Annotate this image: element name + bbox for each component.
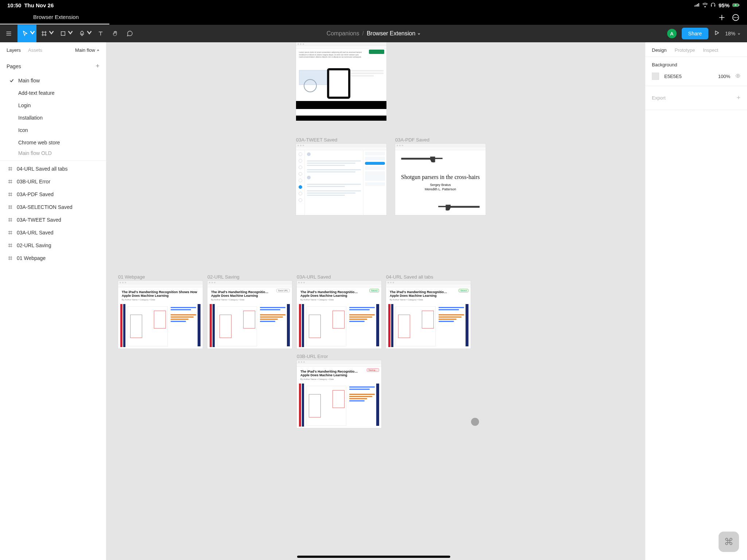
page-item[interactable]: Main flow bbox=[0, 74, 106, 87]
frame-label: 02-URL Saving bbox=[207, 274, 240, 280]
present-button[interactable] bbox=[713, 30, 720, 38]
battery-icon bbox=[732, 1, 740, 9]
comment-tool[interactable] bbox=[122, 25, 137, 42]
page-item[interactable]: Main flow OLD bbox=[0, 149, 106, 158]
page-item[interactable]: Installation bbox=[0, 112, 106, 124]
svg-rect-1 bbox=[696, 5, 696, 7]
frame-label: 03A-TWEET Saved bbox=[296, 137, 337, 143]
frame-label: 01 Webpage bbox=[118, 274, 145, 280]
svg-rect-5 bbox=[714, 5, 715, 7]
share-button[interactable]: Share bbox=[682, 28, 708, 39]
new-tab-button[interactable] bbox=[715, 11, 729, 24]
background-swatch[interactable] bbox=[652, 73, 659, 80]
move-tool[interactable] bbox=[17, 25, 36, 42]
tab-layers[interactable]: Layers bbox=[7, 47, 21, 53]
chevron-down-icon bbox=[738, 31, 740, 36]
visibility-toggle[interactable] bbox=[735, 73, 740, 79]
status-date: Thu Nov 26 bbox=[24, 2, 54, 8]
figma-toolbar: Companions / Browser Extension A Share 1… bbox=[0, 25, 747, 42]
pdf-title: Shotgun parsers in the cross-hairs bbox=[401, 174, 480, 181]
check-icon bbox=[7, 78, 17, 83]
frame-03b-urlerror[interactable]: Saving… The iPad's Handwriting Recogniti… bbox=[297, 360, 381, 428]
page-item[interactable]: Icon bbox=[0, 124, 106, 136]
add-page-button[interactable]: + bbox=[96, 62, 100, 70]
breadcrumb[interactable]: Companions / Browser Extension bbox=[327, 30, 421, 37]
page-item[interactable]: Add-text feature bbox=[0, 87, 106, 99]
svg-point-12 bbox=[737, 17, 738, 18]
frame-02-saving[interactable]: Save URL The iPad's Handwriting Recognit… bbox=[207, 281, 292, 349]
layer-item[interactable]: 03B-URL Error bbox=[0, 175, 106, 188]
background-hex[interactable]: E5E5E5 bbox=[664, 74, 682, 79]
frame-03a-urlsaved[interactable]: Saved The iPad's Handwriting Recognitio…… bbox=[297, 281, 381, 349]
layer-item[interactable]: 02-URL Saving bbox=[0, 239, 106, 252]
layer-item[interactable]: 01 Webpage bbox=[0, 252, 106, 264]
main-menu-button[interactable] bbox=[0, 25, 17, 42]
ipad-status-bar: 10:50 Thu Nov 26 95% bbox=[0, 0, 747, 10]
frame-icon bbox=[7, 205, 14, 210]
svg-rect-13 bbox=[61, 32, 65, 36]
frame-icon bbox=[7, 217, 14, 222]
frame-03a-selection[interactable]: Lorem ipsum dolor sit amet consectetur a… bbox=[296, 42, 386, 121]
tab-prototype[interactable]: Prototype bbox=[674, 47, 695, 53]
chevron-down-icon bbox=[29, 29, 36, 37]
frame-01-webpage[interactable]: The iPad's Handwriting Recognition Shows… bbox=[118, 281, 203, 349]
avatar[interactable]: A bbox=[667, 29, 677, 38]
background-header: Background bbox=[645, 57, 747, 70]
svg-rect-3 bbox=[698, 3, 699, 6]
breadcrumb-project[interactable]: Companions bbox=[327, 30, 359, 37]
canvas[interactable]: Lorem ipsum dolor sit amet consectetur a… bbox=[106, 42, 645, 560]
page-item[interactable]: Chrome web store bbox=[0, 136, 106, 149]
frame-label: 03A-PDF Saved bbox=[395, 137, 429, 143]
frame-icon bbox=[7, 243, 14, 248]
frame-label: 03A-URL Saved bbox=[297, 274, 331, 280]
zoom-control[interactable]: 18% bbox=[725, 31, 740, 36]
tab-inspect[interactable]: Inspect bbox=[703, 47, 718, 53]
page-item[interactable]: Login bbox=[0, 99, 106, 112]
frame-icon bbox=[7, 192, 14, 197]
frame-04-alltabs[interactable]: Saved The iPad's Handwriting Recognitio…… bbox=[386, 281, 471, 349]
layer-item[interactable]: 03A-PDF Saved bbox=[0, 188, 106, 201]
status-time: 10:50 bbox=[7, 2, 21, 8]
frame-tool[interactable] bbox=[36, 25, 55, 42]
svg-rect-0 bbox=[695, 5, 695, 7]
breadcrumb-file[interactable]: Browser Extension bbox=[367, 30, 420, 37]
more-menu-button[interactable] bbox=[729, 11, 743, 24]
chevron-down-icon bbox=[86, 29, 93, 37]
layer-item[interactable]: 03A-URL Saved bbox=[0, 226, 106, 239]
svg-point-11 bbox=[735, 17, 736, 18]
layer-item[interactable]: 03A-SELECTION Saved bbox=[0, 201, 106, 213]
chevron-down-icon bbox=[417, 30, 420, 37]
layer-item[interactable]: 03A-TWEET Saved bbox=[0, 213, 106, 226]
frame-03a-pdf[interactable]: Shotgun parsers in the cross-hairs Serge… bbox=[395, 144, 486, 215]
shape-tool[interactable] bbox=[55, 25, 74, 42]
pages-header: Pages bbox=[7, 63, 21, 69]
svg-point-10 bbox=[734, 17, 735, 18]
frame-label: 03B-URL Error bbox=[297, 354, 328, 359]
tab-assets[interactable]: Assets bbox=[28, 47, 42, 53]
svg-rect-2 bbox=[697, 4, 698, 6]
frame-label: 04-URL Saved all tabs bbox=[386, 274, 433, 280]
frame-icon bbox=[7, 179, 14, 184]
app-tab-bar: Browser Extension bbox=[0, 10, 747, 25]
app-tab-browser-extension[interactable]: Browser Extension bbox=[32, 11, 80, 24]
hand-tool[interactable] bbox=[108, 25, 122, 42]
background-opacity[interactable]: 100% bbox=[718, 74, 730, 79]
frame-03a-tweet[interactable] bbox=[296, 144, 386, 215]
home-indicator bbox=[297, 556, 450, 558]
chevron-up-icon bbox=[97, 47, 100, 53]
tab-design[interactable]: Design bbox=[652, 47, 666, 53]
right-panel: Design Prototype Inspect Background E5E5… bbox=[645, 42, 747, 560]
svg-rect-8 bbox=[739, 4, 739, 6]
headphones-icon bbox=[711, 2, 716, 8]
layer-item[interactable]: 04-URL Saved all tabs bbox=[0, 162, 106, 175]
add-export-button[interactable]: + bbox=[736, 94, 740, 102]
page-flow-selector[interactable]: Main flow bbox=[75, 47, 100, 53]
pen-tool[interactable] bbox=[74, 25, 93, 42]
wifi-icon bbox=[703, 2, 708, 8]
text-tool[interactable] bbox=[93, 25, 108, 42]
keyboard-shortcut-button[interactable]: ⌘ bbox=[719, 532, 739, 552]
export-header[interactable]: Export bbox=[652, 95, 666, 101]
frame-icon bbox=[7, 230, 14, 235]
svg-point-14 bbox=[737, 75, 739, 77]
layer-list: 04-URL Saved all tabs 03B-URL Error 03A-… bbox=[0, 161, 106, 266]
